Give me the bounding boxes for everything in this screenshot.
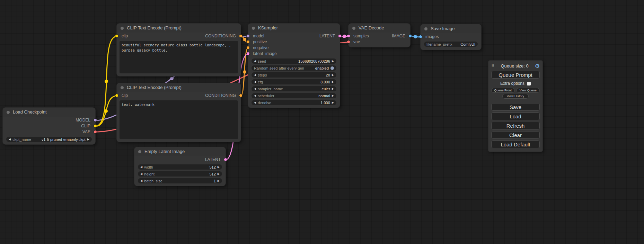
next-value-arrow-icon[interactable]: ▶ [87, 137, 89, 142]
extra-options-checkbox[interactable] [527, 82, 531, 85]
filename-prefix-widget[interactable]: filename_prefix ComfyUI [424, 42, 478, 47]
decrement-arrow-icon[interactable]: ◀ [140, 171, 142, 177]
widget-value: 156680208700286 [298, 59, 330, 63]
node-header[interactable]: KSampler [248, 24, 340, 33]
view-queue-button[interactable]: View Queue [517, 88, 540, 93]
latent-image-input-dot[interactable] [246, 52, 250, 55]
node-editor-canvas[interactable]: Load Checkpoint MODEL CLIP VAE ◀ ckpt_na… [0, 0, 644, 244]
node-header[interactable]: CLIP Text Encode (Prompt) [117, 83, 241, 92]
negative-prompt-textarea[interactable]: text, watermark [120, 100, 238, 139]
queue-front-button[interactable]: Queue Front [491, 88, 515, 93]
increment-arrow-icon[interactable]: ▶ [218, 178, 220, 183]
view-history-button[interactable]: View History [502, 94, 529, 99]
drag-handle-icon[interactable]: ⠿ [491, 63, 495, 69]
decrement-arrow-icon[interactable]: ◀ [254, 79, 256, 84]
width-widget[interactable]: ◀ width 512 ▶ [138, 164, 222, 170]
decrement-arrow-icon[interactable]: ◀ [254, 58, 256, 64]
node-load-checkpoint[interactable]: Load Checkpoint MODEL CLIP VAE ◀ ckpt_na… [3, 108, 95, 144]
collapse-icon[interactable] [138, 150, 141, 153]
load-default-button[interactable]: Load Default [491, 141, 540, 148]
node-header[interactable]: Save Image [421, 24, 481, 33]
node-header[interactable]: VAE Decode [349, 24, 410, 33]
steps-widget[interactable]: ◀ steps 20 ▶ [252, 72, 336, 78]
images-input-dot[interactable] [419, 35, 422, 38]
random-seed-toggle-widget[interactable]: Random seed after every gen enabled [252, 65, 336, 71]
seed-widget[interactable]: ◀ seed 156680208700286 ▶ [252, 58, 336, 64]
widget-name: scheduler [258, 94, 274, 98]
collapse-icon[interactable] [121, 27, 124, 30]
node-vae-decode[interactable]: VAE Decode samples IMAGE vae [349, 24, 410, 47]
clip-output-dot[interactable] [94, 124, 97, 128]
collapse-icon[interactable] [7, 111, 10, 114]
node-clip-text-encode-positive[interactable]: CLIP Text Encode (Prompt) clip CONDITION… [117, 24, 241, 76]
negative-input-dot[interactable] [246, 46, 250, 49]
widget-value: 512 [209, 172, 215, 176]
widget-name: Random seed after every gen [254, 66, 304, 70]
latent-output-dot[interactable] [338, 34, 342, 38]
collapse-icon[interactable] [121, 86, 124, 89]
clip-input-dot[interactable] [115, 94, 118, 97]
scheduler-widget[interactable]: ◀ scheduler normal ▶ [252, 93, 336, 98]
queue-prompt-button[interactable]: Queue Prompt [491, 71, 540, 79]
node-title-text: Load Checkpoint [13, 109, 47, 115]
node-clip-text-encode-negative[interactable]: CLIP Text Encode (Prompt) clip CONDITION… [117, 83, 241, 142]
increment-arrow-icon[interactable]: ▶ [332, 79, 334, 84]
prev-value-arrow-icon[interactable]: ◀ [254, 93, 256, 98]
conditioning-output-dot[interactable] [239, 94, 242, 97]
next-value-arrow-icon[interactable]: ▶ [332, 86, 334, 91]
conditioning-output-dot[interactable] [239, 34, 242, 38]
wire-midpoint-dot [170, 77, 174, 80]
decrement-arrow-icon[interactable]: ◀ [254, 100, 256, 105]
collapse-icon[interactable] [424, 27, 427, 30]
samples-input-dot[interactable] [347, 34, 350, 38]
node-header[interactable]: Empty Latent Image [134, 147, 226, 156]
toggle-enabled-icon[interactable] [330, 66, 334, 70]
clear-button[interactable]: Clear [491, 131, 540, 139]
settings-gear-icon[interactable]: ⚙ [535, 63, 540, 69]
slot-row: samples IMAGE [349, 33, 410, 39]
collapse-icon[interactable] [352, 27, 355, 30]
decrement-arrow-icon[interactable]: ◀ [140, 178, 142, 183]
image-output-dot[interactable] [408, 34, 412, 38]
next-value-arrow-icon[interactable]: ▶ [332, 93, 334, 98]
increment-arrow-icon[interactable]: ▶ [332, 58, 334, 64]
input-slot-vae: vae [349, 39, 410, 45]
node-save-image[interactable]: Save Image images filename_prefix ComfyU… [421, 24, 481, 50]
collapse-icon[interactable] [252, 27, 255, 30]
increment-arrow-icon[interactable]: ▶ [218, 171, 220, 177]
decrement-arrow-icon[interactable]: ◀ [254, 72, 256, 78]
node-header[interactable]: CLIP Text Encode (Prompt) [117, 24, 241, 33]
cfg-widget[interactable]: ◀ cfg 8.000 ▶ [252, 79, 336, 84]
sampler-name-widget[interactable]: ◀ sampler_name euler ▶ [252, 86, 336, 91]
increment-arrow-icon[interactable]: ▶ [332, 72, 334, 78]
height-widget[interactable]: ◀ height 512 ▶ [138, 171, 222, 177]
node-ksampler[interactable]: KSampler model LATENT positive negative … [248, 24, 340, 108]
latent-output-dot[interactable] [224, 158, 227, 161]
prev-value-arrow-icon[interactable]: ◀ [254, 86, 256, 91]
slot-row: model LATENT [248, 33, 340, 39]
decrement-arrow-icon[interactable]: ◀ [140, 164, 142, 170]
clip-input-dot[interactable] [115, 34, 118, 38]
model-input-dot[interactable] [246, 34, 250, 38]
increment-arrow-icon[interactable]: ▶ [218, 164, 220, 170]
batch-size-widget[interactable]: ◀ batch_size 1 ▶ [138, 178, 222, 183]
increment-arrow-icon[interactable]: ▶ [332, 100, 334, 105]
vae-output-dot[interactable] [94, 130, 97, 134]
vae-input-dot[interactable] [347, 40, 350, 44]
slot-label-model: model [253, 34, 264, 38]
save-button[interactable]: Save [491, 103, 540, 111]
model-output-dot[interactable] [94, 118, 97, 122]
node-empty-latent-image[interactable]: Empty Latent Image LATENT ◀ width 512 ▶ … [134, 147, 226, 186]
slot-label-latent-image: latent_image [253, 51, 277, 56]
denoise-widget[interactable]: ◀ denoise 1.000 ▶ [252, 100, 336, 105]
node-header[interactable]: Load Checkpoint [3, 108, 95, 117]
history-row: View History [491, 94, 540, 99]
load-button[interactable]: Load [491, 112, 540, 120]
refresh-button[interactable]: Refresh [491, 122, 540, 129]
ckpt-name-widget[interactable]: ◀ ckpt_name v1-5-pruned-emaonly.ckpt ▶ [6, 137, 92, 142]
input-slot-positive: positive [248, 39, 340, 45]
positive-prompt-textarea[interactable]: beautiful scenery nature glass bottle la… [120, 41, 238, 73]
positive-input-dot[interactable] [246, 40, 250, 44]
widget-name: seed [258, 59, 266, 63]
prev-value-arrow-icon[interactable]: ◀ [9, 137, 11, 142]
